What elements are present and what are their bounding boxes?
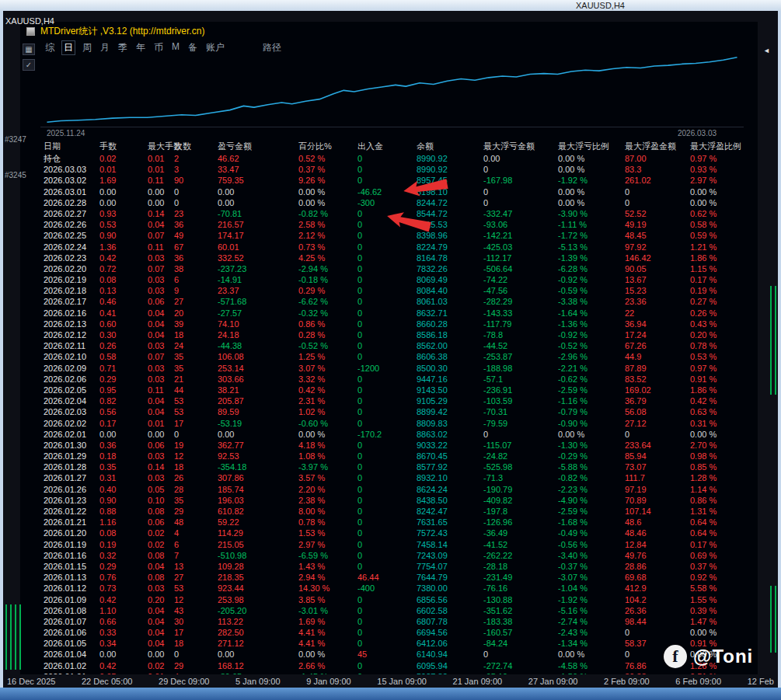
table-cell: 0.53 (99, 219, 148, 230)
table-cell: 332.52 (218, 252, 298, 263)
scroll-left-icon[interactable]: ◄ (763, 47, 770, 54)
time-axis-label: 16 Dec 2025 (7, 677, 55, 686)
table-cell: 0.73 % (298, 242, 357, 252)
table-cell: 8670.45 (417, 451, 483, 461)
table-row: 2026.01.050.340.0418271.124.41 %06412.06… (44, 638, 755, 649)
table-cell: -282.29 (483, 296, 558, 307)
table-cell: -0.92 % (558, 329, 625, 340)
table-cell: 0.11 (148, 385, 174, 395)
time-axis[interactable]: 16 Dec 202522 Dec 05:0029 Dec 09:005 Jan… (3, 674, 778, 688)
table-cell: 60.01 (218, 242, 298, 252)
table-cell: 233.64 (625, 440, 690, 451)
table-cell: -5.16 % (558, 605, 625, 616)
table-cell: 7832.26 (417, 263, 483, 274)
table-cell: 0 (357, 395, 417, 406)
chart-area: XAUUSD,H4 ▦ ✓ ◄ #3247 #3245 MTDriver统计 ,… (3, 11, 778, 674)
table-cell: -2.59 % (558, 506, 625, 517)
table-cell: 0.26 % (690, 308, 751, 319)
table-cell: 0.02 (148, 660, 174, 671)
table-cell: 46.62 (218, 153, 298, 164)
table-cell: 2026.02.04 (44, 395, 99, 406)
table-cell: -188.98 (483, 363, 558, 374)
table-cell: 15.23 (625, 285, 690, 296)
table-cell: 0.95 (99, 385, 148, 395)
table-cell: -3.40 % (558, 550, 625, 561)
table-cell: 303.66 (218, 374, 298, 385)
table-cell: 0.04 (148, 561, 174, 572)
table-cell: -272.74 (483, 660, 558, 671)
table-cell: -126.96 (483, 517, 558, 528)
table-cell: 26.36 (625, 605, 690, 616)
table-cell: 2026.01.08 (44, 605, 99, 616)
table-cell: 0 (174, 649, 218, 660)
table-cell: 0.04 (148, 319, 174, 329)
watermark-text: @Toni (693, 646, 753, 667)
table-cell: 0 (357, 528, 417, 538)
table-cell: 28.86 (625, 561, 690, 572)
table-cell: 9.26 % (298, 175, 357, 186)
table-cell: 35 (174, 363, 218, 374)
table-cell: 3.07 % (298, 363, 357, 374)
table-cell: -205.20 (218, 605, 298, 616)
table-cell: -0.37 % (558, 561, 625, 572)
table-cell: 2026.01.29 (44, 451, 99, 461)
table-cell: -14.91 (218, 274, 298, 285)
table-cell: 253.14 (218, 363, 298, 374)
table-cell: 0.35 (99, 461, 148, 472)
time-axis-label: 2 Feb 09:00 (604, 677, 650, 686)
table-cell: 48 (174, 517, 218, 528)
table-cell: 2026.02.27 (44, 208, 99, 219)
table-cell: 271.12 (218, 638, 298, 649)
indicator-check-icon[interactable]: ✓ (23, 59, 35, 71)
table-cell: 2026.03.03 (44, 164, 99, 175)
table-cell: 83.52 (625, 374, 690, 385)
table-cell: 9105.29 (417, 395, 483, 406)
table-cell: 2026.01.23 (44, 495, 99, 506)
table-cell: 4.41 % (298, 638, 357, 649)
table-cell: 0 (357, 495, 417, 506)
table-cell: 2026.01.01 (44, 671, 99, 674)
time-axis-label: 15 Jan 09:00 (377, 677, 427, 686)
chart-window-icon[interactable]: ▦ (23, 44, 35, 55)
table-row: 2026.01.260.400.0528185.742.20 %08624.24… (44, 484, 755, 495)
table-cell: 6095.94 (417, 660, 483, 671)
table-cell: 0.14 (148, 208, 174, 219)
table-cell: -2.43 % (558, 627, 625, 638)
order-label: #3247 (5, 135, 26, 144)
equity-end-date: 2026.03.03 (678, 129, 716, 138)
candlesticks-left (5, 604, 23, 670)
window-titlebar[interactable]: XAUUSD,H4 (0, 0, 781, 11)
table-cell: -89.65 (218, 671, 298, 674)
table-cell: 0.00 (148, 429, 174, 440)
table-cell: 0.53 % (690, 351, 751, 362)
table-cell: 69.68 (625, 572, 690, 583)
table-cell: 3.85 % (298, 594, 357, 605)
table-cell: 27 (174, 296, 218, 307)
table-cell: 2026.01.12 (44, 583, 99, 594)
table-cell: -1.34 % (558, 638, 625, 649)
table-cell: 14.30 % (298, 583, 357, 594)
table-row: 2026.02.030.560.045389.591.02 %08899.42-… (44, 406, 755, 417)
table-cell: 0 (357, 263, 417, 274)
table-cell: -0.56 % (558, 539, 625, 550)
table-cell: 0.66 (99, 616, 148, 627)
table-cell: 0.58 % (690, 219, 751, 230)
table-cell: 0 (357, 506, 417, 517)
table-cell: -2.74 % (558, 616, 625, 627)
table-cell: 0 (357, 484, 417, 495)
table-cell: 2026.02.26 (44, 219, 99, 230)
panel-window-icon (26, 27, 35, 36)
table-cell: 0.40 (99, 484, 148, 495)
table-cell: 0 (357, 451, 417, 461)
table-cell: 0.86 % (298, 319, 357, 329)
watermark: f @Toni (664, 645, 753, 668)
time-axis-label: 29 Dec 09:00 (159, 677, 209, 686)
table-cell: 2026.02.13 (44, 319, 99, 329)
table-row: 2026.02.020.170.0117-53.19-0.60 %08809.8… (44, 418, 755, 429)
table-cell: 0.01 (148, 153, 174, 164)
table-cell: 0.03 (148, 252, 174, 263)
table-cell: 0.00 (148, 197, 174, 208)
table-cell: 2.38 % (298, 495, 357, 506)
table-cell: 67.26 (625, 340, 690, 351)
time-axis-label: 5 Jan 09:00 (235, 677, 281, 686)
